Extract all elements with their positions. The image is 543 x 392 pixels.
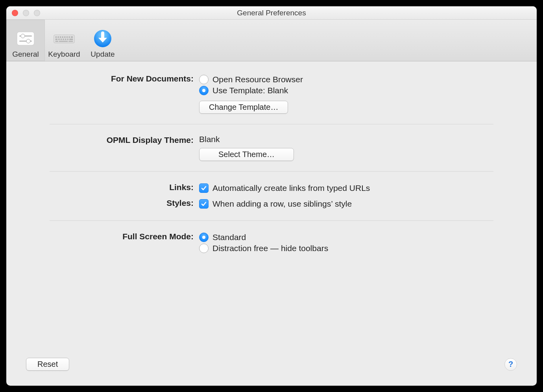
svg-point-2 [21, 34, 25, 38]
svg-rect-20 [69, 39, 73, 40]
svg-rect-22 [59, 41, 68, 42]
svg-rect-6 [55, 36, 57, 38]
divider [50, 171, 493, 172]
radio-label: Use Template: Blank [212, 86, 288, 95]
radio-icon [199, 244, 209, 253]
checkbox-sibling-style[interactable]: When adding a row, use siblings’ style [199, 199, 493, 209]
opml-theme-label: OPML Display Theme: [50, 135, 199, 145]
radio-open-resource-browser[interactable]: Open Resource Browser [199, 75, 493, 84]
checkbox-label: When adding a row, use siblings’ style [212, 199, 352, 209]
radio-icon [199, 233, 209, 242]
checkmark-icon [199, 199, 209, 209]
preferences-content: For New Documents: Open Resource Browser… [6, 61, 537, 266]
keyboard-icon [53, 29, 75, 48]
window-title: General Preferences [6, 9, 537, 17]
help-icon: ? [508, 360, 513, 369]
svg-rect-21 [55, 41, 58, 42]
radio-label: Open Resource Browser [212, 75, 303, 84]
svg-rect-19 [67, 39, 68, 40]
checkmark-icon [199, 183, 209, 193]
opml-theme-value: Blank [199, 135, 493, 144]
select-theme-button[interactable]: Select Theme… [199, 148, 294, 161]
svg-rect-14 [55, 39, 58, 40]
fullscreen-label: Full Screen Mode: [50, 231, 199, 241]
titlebar: General Preferences [6, 6, 537, 20]
svg-rect-15 [58, 39, 60, 40]
reset-button[interactable]: Reset [26, 358, 69, 371]
radio-fullscreen-standard[interactable]: Standard [199, 233, 493, 242]
svg-rect-12 [68, 36, 70, 38]
sliders-icon [15, 29, 37, 48]
svg-rect-17 [63, 39, 64, 40]
radio-use-template[interactable]: Use Template: Blank [199, 86, 493, 95]
divider [50, 220, 493, 221]
radio-label: Standard [212, 233, 246, 242]
download-arrow-icon [92, 29, 114, 48]
checkbox-auto-links[interactable]: Automatically create links from typed UR… [199, 183, 493, 193]
radio-icon [199, 75, 209, 84]
tab-label: Keyboard [48, 50, 80, 59]
svg-rect-8 [60, 36, 61, 38]
radio-fullscreen-distraction-free[interactable]: Distraction free — hide toolbars [199, 244, 493, 253]
svg-rect-18 [65, 39, 66, 40]
svg-rect-11 [66, 36, 68, 38]
tab-keyboard[interactable]: Keyboard [45, 20, 83, 61]
zoom-window-button[interactable] [34, 10, 40, 16]
radio-label: Distraction free — hide toolbars [212, 244, 328, 253]
links-label: Links: [50, 182, 199, 192]
checkbox-label: Automatically create links from typed UR… [212, 183, 370, 193]
svg-rect-16 [61, 39, 62, 40]
svg-rect-7 [57, 36, 59, 38]
divider [50, 124, 493, 124]
svg-rect-0 [17, 32, 34, 45]
svg-point-4 [26, 39, 30, 43]
tab-label: General [12, 50, 39, 59]
new-documents-label: For New Documents: [50, 73, 199, 83]
tab-general[interactable]: General [6, 20, 45, 61]
help-button[interactable]: ? [504, 358, 517, 371]
close-window-button[interactable] [12, 10, 18, 16]
svg-rect-9 [62, 36, 63, 38]
radio-icon [199, 86, 209, 95]
svg-rect-13 [71, 36, 73, 38]
change-template-button[interactable]: Change Template… [199, 101, 288, 114]
preferences-toolbar: General Keyboard [6, 20, 537, 61]
styles-label: Styles: [50, 198, 199, 208]
svg-rect-10 [64, 36, 66, 38]
tab-update[interactable]: Update [83, 20, 122, 61]
svg-rect-23 [68, 41, 73, 42]
minimize-window-button[interactable] [23, 10, 29, 16]
tab-label: Update [90, 50, 115, 59]
